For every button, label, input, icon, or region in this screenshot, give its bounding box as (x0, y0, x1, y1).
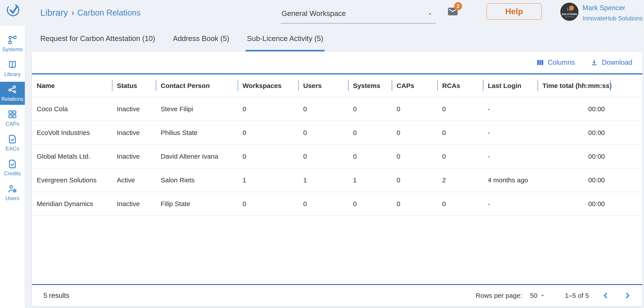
sidebar-item-eacs[interactable]: EACs (0, 131, 25, 155)
tab-address-book-5[interactable]: Address Book (5) (173, 26, 229, 51)
cell-users: 0 (298, 200, 348, 208)
cell-status: Inactive (112, 200, 156, 208)
cell-contact: Filip State (156, 200, 238, 208)
breadcrumb: Library › Carbon Relations (40, 0, 140, 26)
cell-name: Global Metals Ltd. (32, 153, 112, 160)
cell-systems: 0 (348, 129, 392, 136)
sidebar-item-caps[interactable]: CAPs (0, 107, 25, 130)
results-count: 5 results (44, 292, 69, 299)
column-header-users[interactable]: Users (298, 74, 348, 97)
sidebar-item-library[interactable]: Library (0, 57, 25, 80)
eacs-icon (7, 134, 18, 144)
cell-name: Evergreen Solutions (32, 176, 112, 184)
avatar: SOLUTIONS (560, 3, 578, 21)
cell-contact: Steve Filipi (156, 105, 238, 113)
sidebar-item-label: Library (4, 71, 20, 77)
user-name: Mark Spencer (582, 4, 643, 12)
cell-time_total: 00:00 (538, 200, 642, 208)
cell-workspaces: 0 (238, 200, 298, 208)
cell-users: 0 (298, 153, 348, 160)
cell-name: Coco Cola (32, 105, 112, 113)
column-header-workspaces[interactable]: Workspaces (238, 74, 298, 97)
column-header-caps[interactable]: CAPs (392, 74, 437, 97)
app-header: Library › Carbon Relations General Works… (0, 0, 644, 26)
tab-sub-licence-activity-5[interactable]: Sub-Licence Activity (5) (247, 26, 323, 51)
cell-systems: 0 (348, 105, 392, 113)
sidebar-item-label: Relations (1, 96, 24, 102)
table-row[interactable]: Coco ColaInactiveSteve Filipi00000-00:00 (32, 97, 642, 121)
systems-icon (7, 35, 18, 45)
chevron-left-icon (602, 292, 610, 299)
column-header-status[interactable]: Status (112, 74, 156, 97)
table-row[interactable]: Evergreen SolutionsActiveSalon Riets1110… (32, 169, 642, 192)
column-header-contact-person[interactable]: Contact Person (156, 74, 238, 97)
user-company: InnovateHub Solutions (582, 15, 643, 22)
cell-users: 0 (298, 105, 348, 113)
cell-status: Inactive (112, 153, 156, 160)
cell-caps: 0 (392, 176, 437, 184)
rows-per-page-label: Rows per page: (476, 292, 522, 299)
sidebar-item-relations[interactable]: Relations (0, 82, 25, 105)
mail-button[interactable]: 2 (447, 6, 460, 18)
breadcrumb-section[interactable]: Library (40, 8, 68, 18)
workspace-select-value: General Workspace (280, 9, 346, 18)
user-menu[interactable]: SOLUTIONS Mark Spencer InnovateHub Solut… (560, 3, 643, 23)
pagination-range: 1–5 of 5 (565, 292, 589, 299)
cell-name: Meridian Dynamics (32, 200, 112, 208)
column-header-systems[interactable]: Systems (348, 74, 392, 97)
table-toolbar: Columns Download (32, 52, 642, 73)
table-row[interactable]: Meridian DynamicsInactiveFilip State0000… (32, 192, 642, 216)
cell-workspaces: 0 (238, 153, 298, 160)
rows-per-page-select[interactable]: 50 (530, 292, 546, 299)
breadcrumb-chevron-icon: › (72, 8, 74, 18)
column-header-time-total-hh-mm-ss[interactable]: Time total (hh:mm:ss) (538, 74, 642, 97)
download-button[interactable]: Download (590, 59, 632, 66)
caret-down-icon (539, 292, 546, 299)
cell-workspaces: 0 (238, 105, 298, 113)
sidebar-item-credits[interactable]: Credits (0, 156, 25, 179)
caret-down-icon (427, 11, 433, 17)
mail-badge: 2 (454, 2, 462, 10)
sidebar-item-label: Users (6, 195, 20, 201)
sidebar-item-users[interactable]: Users (0, 181, 25, 204)
cell-contact: David Altener Ivana (156, 153, 238, 160)
users-icon (7, 184, 18, 194)
cell-workspaces: 0 (238, 129, 298, 136)
cell-rcas: 2 (437, 176, 483, 184)
columns-icon (536, 59, 544, 66)
column-header-name[interactable]: Name (32, 74, 112, 97)
cell-rcas: 0 (437, 105, 483, 113)
cell-last_login: - (483, 153, 538, 160)
cell-rcas: 0 (437, 200, 483, 208)
cell-caps: 0 (392, 105, 437, 113)
chevron-right-icon (624, 292, 632, 299)
tab-label: Sub-Licence Activity (5) (247, 34, 323, 43)
cell-status: Inactive (112, 105, 156, 113)
cell-workspaces: 1 (238, 176, 298, 184)
tab-label: Address Book (5) (173, 34, 229, 43)
tab-request-for-carbon-attestation-10[interactable]: Request for Carbon Attestation (10) (40, 26, 155, 51)
cell-systems: 0 (348, 153, 392, 160)
column-header-rcas[interactable]: RCAs (437, 74, 483, 97)
download-button-label: Download (602, 59, 632, 66)
cell-caps: 0 (392, 200, 437, 208)
next-page-button[interactable] (622, 291, 632, 300)
column-header-last-login[interactable]: Last Login (483, 74, 538, 97)
sidebar-item-systems[interactable]: Systems (0, 32, 25, 55)
help-button-label: Help (505, 7, 523, 16)
cell-caps: 0 (392, 129, 437, 136)
table-row[interactable]: Global Metals Ltd.InactiveDavid Altener … (32, 145, 642, 169)
table-card: Columns Download NameStatusContact Perso… (32, 51, 643, 306)
cell-time_total: 00:00 (538, 105, 642, 113)
columns-button[interactable]: Columns (536, 59, 575, 66)
previous-page-button[interactable] (601, 291, 610, 300)
cell-users: 1 (298, 176, 348, 184)
cell-systems: 1 (348, 176, 392, 184)
avatar-label: SOLUTIONS (560, 13, 578, 16)
tabs-bar: Request for Carbon Attestation (10) Addr… (25, 26, 644, 51)
help-button[interactable]: Help (486, 3, 542, 20)
workspace-select[interactable]: General Workspace (280, 4, 436, 24)
cell-rcas: 0 (437, 129, 483, 136)
table-row[interactable]: EcoVolt IndustriesInactivePhilius State0… (32, 121, 642, 145)
cell-last_login: 4 months ago (483, 176, 538, 184)
